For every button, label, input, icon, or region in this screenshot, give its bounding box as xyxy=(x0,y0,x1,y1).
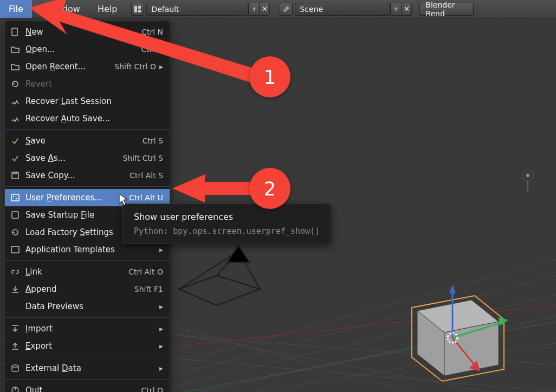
menu-item-link[interactable]: LinkCtrl Alt O xyxy=(5,263,170,280)
scene-delete-button[interactable]: ✕ xyxy=(401,3,412,16)
menu-item-data-previews[interactable]: Data Previews▸ xyxy=(5,298,170,315)
menu-item-label: Save xyxy=(25,136,137,146)
svg-rect-41 xyxy=(11,246,19,253)
menu-item-shortcut: Ctrl S xyxy=(143,136,163,145)
scene-icon[interactable] xyxy=(280,3,293,16)
menu-item-label: Recover Auto Save... xyxy=(25,114,163,123)
menu-window[interactable]: Window xyxy=(37,0,89,18)
revert-icon xyxy=(9,79,21,89)
save-startup-icon xyxy=(9,210,21,220)
menu-item-export[interactable]: Export▸ xyxy=(5,337,170,355)
menu-item-shortcut: Shift Ctrl O xyxy=(114,62,156,71)
quit-icon xyxy=(9,385,21,392)
menu-item-save[interactable]: SaveCtrl S xyxy=(5,132,170,149)
menu-item-save-copy[interactable]: Save Copy...Ctrl Alt S xyxy=(5,167,170,184)
menu-item-label: Save Startup File xyxy=(25,210,136,220)
menu-item-open-recent[interactable]: Open Recent...Shift Ctrl O▸ xyxy=(5,58,170,75)
menu-item-recover-auto[interactable]: Recover Auto Save... xyxy=(5,110,170,127)
menu-separator xyxy=(5,317,170,318)
app-templates-icon xyxy=(9,244,21,255)
layout-add-button[interactable]: + xyxy=(248,3,259,16)
menu-item-revert: Revert xyxy=(5,75,170,93)
menu-item-shortcut: Ctrl Alt S xyxy=(130,171,163,180)
scene-field[interactable]: Scene xyxy=(295,3,390,16)
menu-item-label: Link xyxy=(25,267,123,277)
menu-item-import[interactable]: Import▸ xyxy=(5,320,170,337)
submenu-chevron-icon: ▸ xyxy=(159,342,163,350)
menu-separator xyxy=(5,129,170,130)
menu-item-label: Import xyxy=(25,324,156,334)
menu-item-label: Save As... xyxy=(25,153,117,163)
menu-item-shortcut: Ctrl Q xyxy=(141,386,163,392)
new-icon xyxy=(9,27,21,37)
menu-item-save-as[interactable]: Save As...Shift Ctrl S xyxy=(5,149,170,167)
import-icon xyxy=(9,323,21,334)
menu-item-label: Open Recent... xyxy=(25,62,109,71)
open-recent-icon xyxy=(9,61,21,72)
menu-file[interactable]: File xyxy=(0,0,32,18)
recover-last-icon xyxy=(9,96,21,107)
menu-separator xyxy=(5,260,170,261)
menu-item-open[interactable]: Open...Ctrl O xyxy=(5,41,170,58)
menu-item-shortcut: Ctrl Alt U xyxy=(129,193,163,202)
menu-item-shortcut: Ctrl O xyxy=(141,45,163,54)
user-prefs-icon xyxy=(9,192,21,203)
svg-rect-36 xyxy=(12,172,18,179)
tooltip-title: Show user preferences xyxy=(134,212,320,222)
svg-line-15 xyxy=(184,322,556,392)
menu-item-shortcut: Shift F1 xyxy=(134,285,163,293)
menu-item-label: Save Copy... xyxy=(25,171,124,180)
menu-separator xyxy=(5,186,170,187)
menu-item-append[interactable]: AppendShift F1 xyxy=(5,280,170,298)
menu-item-shortcut: Shift Ctrl S xyxy=(122,154,163,162)
svg-point-39 xyxy=(16,198,17,199)
svg-point-33 xyxy=(526,174,529,177)
scene-add-button[interactable]: + xyxy=(390,3,401,16)
menu-item-label: New xyxy=(25,27,136,37)
menu-separator xyxy=(5,379,170,380)
svg-rect-37 xyxy=(11,194,19,201)
external-data-icon xyxy=(9,363,21,374)
menu-item-label: Recover Last Session xyxy=(25,96,163,106)
data-previews-icon xyxy=(9,301,21,312)
menu-item-label: Append xyxy=(25,284,129,294)
submenu-chevron-icon: ▸ xyxy=(159,62,163,71)
menu-separator xyxy=(5,357,170,357)
link-icon xyxy=(9,266,21,277)
svg-line-19 xyxy=(179,251,238,289)
svg-point-38 xyxy=(13,196,14,197)
menu-item-label: Export xyxy=(25,341,156,351)
menu-item-recover-last[interactable]: Recover Last Session xyxy=(5,93,170,110)
svg-marker-20 xyxy=(228,246,249,262)
screen-layout-icon[interactable] xyxy=(131,3,144,16)
menu-help[interactable]: Help xyxy=(89,0,126,18)
render-engine-dropdown[interactable]: Blender Rend xyxy=(419,3,474,16)
svg-point-42 xyxy=(12,365,18,367)
menu-item-new[interactable]: NewCtrl N xyxy=(5,23,170,41)
menu-item-label: Revert xyxy=(25,79,163,89)
export-icon xyxy=(9,341,21,351)
submenu-chevron-icon: ▸ xyxy=(159,364,163,373)
submenu-chevron-icon: ▸ xyxy=(159,302,163,311)
svg-marker-26 xyxy=(449,285,456,293)
menu-item-label: External Data xyxy=(25,363,156,373)
menu-item-shortcut: Ctrl N xyxy=(141,28,163,36)
svg-rect-35 xyxy=(12,28,17,36)
save-copy-icon xyxy=(9,170,21,181)
tooltip: Show user preferences Python: bpy.ops.sc… xyxy=(122,204,331,244)
open-icon xyxy=(9,44,21,55)
menu-item-quit[interactable]: QuitCtrl Q xyxy=(5,382,170,392)
load-factory-icon xyxy=(9,227,21,238)
svg-rect-1 xyxy=(138,6,141,9)
tooltip-python: Python: bpy.ops.screen.userpref_show() xyxy=(134,226,320,236)
menu-item-label: Open... xyxy=(25,44,136,54)
svg-rect-2 xyxy=(138,10,141,12)
svg-marker-16 xyxy=(179,276,260,305)
menu-item-label: User Preferences... xyxy=(25,193,124,202)
layout-delete-button[interactable]: ✕ xyxy=(259,3,270,16)
menu-item-external-data[interactable]: External Data▸ xyxy=(5,360,170,377)
screen-layout-field[interactable]: Default xyxy=(146,3,248,16)
svg-line-9 xyxy=(255,343,556,392)
menu-item-label: Application Templates xyxy=(25,245,156,254)
svg-rect-40 xyxy=(12,212,18,218)
